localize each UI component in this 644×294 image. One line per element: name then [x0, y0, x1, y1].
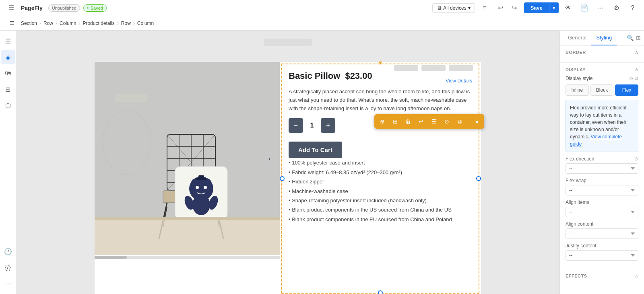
devices-selector[interactable]: 🖥 All devices ▾ — [432, 3, 475, 13]
product-section: › ▼ — [95, 62, 481, 294]
sidebar-menu-icon[interactable]: ☰ — [1, 34, 15, 48]
feature-item-3: • Hidden zipper — [289, 177, 472, 186]
canvas[interactable]: ⊕ ⊞ 🗑 ↩ ☰ ⊙ ⧉ ◂ — [16, 31, 559, 294]
copy-style-icon[interactable]: ⊙ — [629, 76, 633, 81]
flex-direction-label: Flex direction — [566, 156, 594, 162]
effects-toggle-icon[interactable]: ∧ — [635, 273, 638, 279]
resize-handle-bottom[interactable] — [378, 290, 383, 294]
topbar: ☰ PageFly Unpublished Saved 🖥 All device… — [0, 0, 644, 16]
save-button[interactable]: Save — [524, 2, 549, 13]
svg-point-27 — [192, 194, 210, 215]
breadcrumb-column-1[interactable]: Column — [60, 21, 76, 26]
display-style-buttons: Inline Block Flex — [566, 84, 638, 96]
resize-handle-right[interactable] — [476, 176, 481, 181]
inline-button[interactable]: Inline — [566, 84, 589, 96]
layers-icon[interactable]: ⊞ — [636, 35, 641, 41]
undo-button[interactable]: ↩ — [494, 2, 507, 14]
svg-rect-2 — [115, 94, 147, 102]
display-section: DISPLAY ∧ Display style ⊙ ⧉ Inline Block… — [560, 63, 644, 269]
toolbar-duplicate-btn[interactable]: ⊞ — [390, 116, 401, 127]
quantity-increase-button[interactable]: + — [321, 118, 335, 133]
help-button[interactable]: ? — [626, 2, 639, 14]
product-image: › — [95, 62, 280, 255]
display-title: DISPLAY — [566, 67, 586, 72]
add-to-cart-button[interactable]: Add To Cart — [289, 142, 342, 158]
tab-styling[interactable]: Styling — [591, 31, 617, 45]
breadcrumb-product-details[interactable]: Product details — [83, 21, 114, 26]
breadcrumb-row-1[interactable]: Row — [43, 21, 53, 26]
justify-content-label: Justify content — [566, 243, 597, 249]
search-icon[interactable]: 🔍 — [627, 35, 634, 41]
breadcrumb-column-2[interactable]: Column — [137, 21, 154, 26]
settings-button[interactable]: ⚙ — [610, 2, 623, 14]
feature-item-1: • 100% polyester case and insert — [289, 158, 472, 167]
menu-toggle-button[interactable]: ☰ — [5, 2, 18, 14]
align-items-field: Align items -- — [566, 199, 638, 217]
toolbar-divider — [468, 117, 468, 125]
border-toggle-icon: ∧ — [635, 49, 639, 55]
feature-item-6: • Blank product components in the US sou… — [289, 205, 472, 214]
flex-wrap-label: Flex wrap — [566, 178, 586, 183]
preview-button[interactable]: 👁 — [562, 2, 575, 14]
product-details-column: ▼ Basic Pillow $23.00 View Details A str… — [281, 64, 479, 294]
align-items-label-row: Align items — [566, 199, 638, 205]
breadcrumb-row-2[interactable]: Row — [121, 21, 131, 26]
toolbar-collapse-btn[interactable]: ◂ — [471, 116, 482, 127]
quantity-value: 1 — [307, 122, 317, 129]
sidebar-history-icon[interactable]: 🕐 — [1, 244, 15, 259]
filter-icon-button[interactable]: ≡ — [478, 2, 491, 14]
display-style-label: Display style — [566, 76, 592, 81]
breadcrumb-menu-icon[interactable]: ☰ — [6, 17, 19, 30]
display-toggle-icon: ∧ — [635, 67, 639, 72]
align-content-field: Align content -- — [566, 221, 638, 239]
align-items-label: Align items — [566, 199, 589, 205]
monitor-icon: 🖥 — [437, 5, 442, 11]
sidebar-apps-icon[interactable]: ⬡ — [1, 98, 15, 113]
svg-rect-26 — [198, 175, 204, 179]
paste-style-icon[interactable]: ⧉ — [635, 76, 638, 81]
align-items-select[interactable]: -- — [566, 207, 638, 217]
tab-general[interactable]: General — [563, 31, 591, 45]
toolbar-delete-btn[interactable]: 🗑 — [402, 116, 414, 127]
product-description: A strategically placed accent can bring … — [289, 88, 472, 113]
align-content-select[interactable]: -- — [566, 228, 638, 239]
border-section-header[interactable]: BORDER ∧ — [566, 49, 638, 55]
page-frame: ⊕ ⊞ 🗑 ↩ ☰ ⊙ ⧉ ◂ — [95, 62, 481, 294]
quantity-decrease-button[interactable]: − — [289, 118, 303, 133]
flex-direction-select[interactable]: -- — [566, 163, 638, 174]
toolbar-undo-btn[interactable]: ↩ — [415, 116, 427, 127]
element-toolbar: ⊕ ⊞ 🗑 ↩ ☰ ⊙ ⧉ ◂ — [374, 114, 484, 129]
carousel-next-btn[interactable]: › — [263, 152, 276, 165]
display-section-header[interactable]: DISPLAY ∧ — [566, 67, 638, 72]
product-price: $23.00 — [345, 71, 372, 81]
redo-button[interactable]: ↪ — [508, 2, 521, 14]
sidebar-code-icon[interactable]: {/} — [1, 260, 15, 275]
publish-button[interactable]: 📄 — [578, 2, 591, 14]
collapse-btn[interactable]: ▼ — [378, 60, 383, 66]
toolbar-navigator-btn[interactable]: ☰ — [428, 116, 440, 127]
save-dropdown-button[interactable]: ▾ — [549, 2, 559, 13]
block-button[interactable]: Block — [590, 84, 614, 96]
view-details-link[interactable]: View Details — [446, 78, 472, 84]
flex-button[interactable]: Flex — [615, 84, 638, 96]
sidebar-more-icon[interactable]: ⋯ — [1, 276, 15, 291]
flex-direction-field: Flex direction ⊙ -- — [566, 156, 638, 174]
feature-item-4: • Machine-washable case — [289, 187, 472, 196]
svg-point-24 — [204, 186, 207, 189]
toolbar-paste-btn[interactable]: ⧉ — [454, 116, 465, 127]
flex-direction-icon[interactable]: ⊙ — [634, 156, 638, 162]
flex-wrap-select[interactable]: -- — [566, 185, 638, 195]
toolbar-move-btn[interactable]: ⊕ — [377, 116, 388, 127]
more-options-button[interactable]: ··· — [594, 2, 607, 14]
breadcrumb-section[interactable]: Section — [21, 21, 37, 26]
toolbar-copy-btn[interactable]: ⊙ — [441, 116, 452, 127]
justify-content-select[interactable]: -- — [566, 250, 638, 261]
sidebar-shop-icon[interactable]: 🛍 — [1, 66, 15, 80]
sidebar-layout-icon[interactable]: ⊞ — [1, 82, 15, 97]
feature-item-5: • Shape-retaining polyester insert inclu… — [289, 196, 472, 205]
align-content-label: Align content — [566, 221, 593, 227]
resize-handle-left[interactable] — [280, 176, 285, 181]
svg-rect-31 — [95, 217, 280, 220]
sidebar-elements-icon[interactable]: ◈ — [1, 50, 15, 64]
breadcrumb: ☰ Section › Row › Column › Product detai… — [0, 16, 644, 31]
